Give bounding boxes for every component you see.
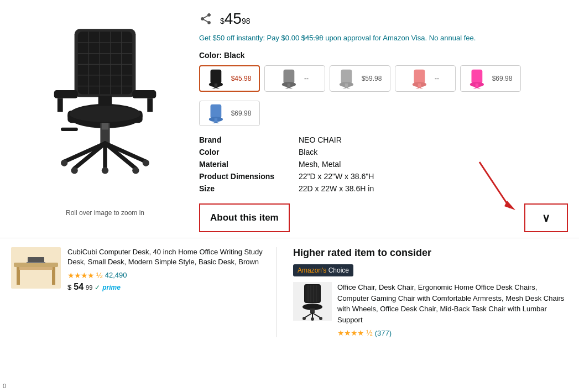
product-image[interactable] — [22, 17, 188, 205]
svg-rect-60 — [214, 118, 217, 122]
about-chevron-button[interactable]: ∨ — [524, 203, 568, 232]
svg-rect-53 — [471, 70, 482, 83]
svg-line-46 — [341, 87, 346, 88]
color-option-gray1[interactable]: -- — [264, 65, 325, 92]
svg-rect-70 — [27, 262, 45, 263]
svg-rect-12 — [54, 90, 78, 98]
color-price-1: $45.98 — [231, 75, 252, 82]
higher-rated-reviews[interactable]: (377) — [375, 329, 392, 337]
svg-point-81 — [302, 317, 306, 320]
svg-rect-38 — [284, 70, 295, 83]
svg-point-82 — [319, 317, 322, 320]
color-option-black[interactable]: $45.98 — [199, 65, 260, 92]
related-price-whole: 54 — [74, 282, 84, 292]
svg-line-57 — [477, 87, 482, 88]
related-price-cents: 99 — [86, 284, 92, 291]
color-price-2: -- — [304, 75, 309, 82]
svg-rect-15 — [147, 98, 153, 112]
higher-rated-product: Office Chair, Desk Chair, Ergonomic Home… — [293, 282, 568, 337]
related-product-info: CubiCubi Computer Desk, 40 inch Home Off… — [67, 247, 265, 291]
price-currency: $ — [220, 17, 225, 25]
related-product-half-star: ½ — [96, 271, 103, 280]
price-dollar-sign: $ — [67, 283, 71, 291]
higher-rated-product-title[interactable]: Office Chair, Desk Chair, Ergonomic Home… — [337, 282, 568, 325]
svg-point-27 — [61, 160, 67, 166]
higher-rated-image[interactable] — [293, 282, 332, 321]
desk-image[interactable] — [11, 247, 61, 289]
higher-rated-info: Office Chair, Desk Chair, Ergonomic Home… — [337, 282, 568, 337]
spec-row-brand: Brand NEO CHAIR — [199, 134, 568, 146]
color-price-5: $69.98 — [492, 75, 513, 82]
svg-rect-78 — [310, 309, 315, 313]
svg-rect-40 — [288, 83, 290, 87]
product-image-area: Roll over image to zoom in — [11, 11, 199, 232]
svg-line-37 — [216, 87, 221, 88]
spec-value-dimensions: 22"D x 22"W x 38.6"H — [299, 170, 568, 182]
color-price-4: -- — [435, 75, 439, 82]
spec-label-size: Size — [199, 182, 299, 195]
svg-line-47 — [346, 87, 351, 88]
price-cents: 98 — [242, 17, 251, 25]
svg-rect-13 — [132, 90, 156, 98]
color-price-6: $69.98 — [231, 109, 252, 117]
badge-amazon: Amazon's — [298, 266, 326, 274]
svg-line-56 — [472, 87, 477, 88]
spec-value-color: Black — [299, 146, 568, 158]
spec-row-material: Material Mesh, Metal — [199, 158, 568, 170]
about-this-item[interactable]: About this item — [199, 203, 290, 232]
related-product: CubiCubi Computer Desk, 40 inch Home Off… — [11, 247, 277, 337]
svg-line-52 — [419, 87, 424, 88]
price-whole: 45 — [225, 11, 242, 27]
spec-value-size: 22D x 22W x 38.6H in — [299, 182, 568, 195]
spec-row-size: Size 22D x 22W x 38.6H in — [199, 182, 568, 195]
svg-rect-48 — [414, 70, 425, 83]
specs-table: Brand NEO CHAIR Color Black Material Mes… — [199, 134, 568, 195]
higher-rated-section: Higher rated item to consider Amazon's C… — [288, 247, 568, 337]
share-icon[interactable] — [199, 12, 215, 28]
svg-line-36 — [211, 87, 216, 88]
amazon-choice-badge: Amazon's Choice — [293, 264, 568, 282]
svg-rect-58 — [210, 104, 221, 118]
svg-rect-45 — [345, 83, 347, 87]
spec-label-dimensions: Product Dimensions — [199, 170, 299, 182]
svg-line-41 — [284, 87, 289, 88]
color-label: Color: Black — [199, 51, 568, 60]
spec-label-material: Material — [199, 158, 299, 170]
svg-line-80 — [312, 313, 321, 318]
prime-check-icon: ✓ — [95, 284, 100, 291]
svg-point-84 — [311, 317, 314, 321]
spec-value-brand: NEO CHAIR — [299, 134, 568, 146]
spec-row-color: Color Black — [199, 146, 568, 158]
related-product-reviews[interactable]: 42,490 — [105, 271, 127, 279]
svg-rect-33 — [210, 70, 221, 83]
higher-rated-half-star: ½ — [366, 328, 373, 337]
color-option-pink1[interactable]: -- — [395, 65, 456, 92]
svg-point-28 — [143, 160, 149, 166]
higher-rated-stars-row: ★★★★ ½ (377) — [337, 328, 568, 337]
promo-strikethrough: $45.98 — [301, 34, 324, 42]
promo-text: Get $50 off instantly: Pay $0.00 $45.98 … — [199, 33, 520, 43]
related-product-price-row: $ 54 99 ✓ prime — [67, 282, 265, 292]
svg-point-30 — [71, 167, 77, 174]
prime-badge: prime — [102, 284, 121, 291]
svg-rect-14 — [58, 98, 63, 112]
color-option-pink2[interactable]: $69.98 — [460, 65, 521, 92]
svg-rect-72 — [305, 285, 320, 302]
product-price: $ 45 98 — [220, 11, 251, 27]
svg-rect-20 — [102, 123, 108, 129]
svg-rect-43 — [341, 70, 352, 83]
color-options: $45.98 -- — [199, 65, 568, 92]
related-product-stars: ★★★★ — [67, 271, 94, 280]
spec-label-brand: Brand — [199, 134, 299, 146]
bottom-section: CubiCubi Computer Desk, 40 inch Home Off… — [0, 238, 579, 346]
page-number: 0 — [3, 383, 6, 389]
related-product-title[interactable]: CubiCubi Computer Desk, 40 inch Home Off… — [67, 247, 265, 267]
spec-label-color: Color — [199, 146, 299, 158]
svg-point-31 — [132, 167, 139, 174]
svg-rect-68 — [19, 267, 53, 270]
svg-rect-32 — [61, 128, 78, 131]
color-option-blue[interactable]: $69.98 — [199, 101, 260, 126]
svg-rect-1 — [78, 32, 132, 94]
color-option-gray2[interactable]: $59.98 — [330, 65, 390, 92]
related-product-stars-row: ★★★★ ½ 42,490 — [67, 271, 265, 280]
